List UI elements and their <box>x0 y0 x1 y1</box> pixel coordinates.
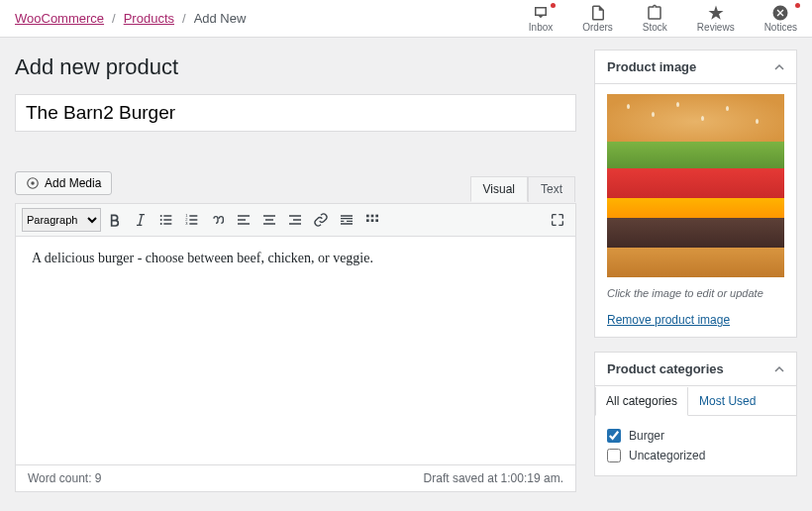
align-right-button[interactable] <box>283 208 307 232</box>
product-title-input[interactable] <box>15 94 576 132</box>
toptab-inbox[interactable]: Inbox <box>529 4 553 33</box>
collapse-icon <box>774 62 784 72</box>
breadcrumb-current: Add New <box>194 11 247 26</box>
category-checkbox[interactable] <box>607 429 621 443</box>
editor-tab-visual[interactable]: Visual <box>470 176 528 202</box>
collapse-icon <box>774 364 784 374</box>
editor-body[interactable]: A delicious burger - choose between beef… <box>16 237 575 464</box>
toptab-reviews[interactable]: Reviews <box>697 4 735 33</box>
svg-rect-10 <box>366 219 369 222</box>
remove-image-link[interactable]: Remove product image <box>607 313 730 327</box>
product-categories-panel-header[interactable]: Product categories <box>595 353 796 386</box>
svg-rect-7 <box>366 215 369 218</box>
save-status: Draft saved at 1:00:19 am. <box>424 471 563 485</box>
add-media-button[interactable]: Add Media <box>15 171 112 195</box>
toolbar-toggle-button[interactable] <box>360 208 384 232</box>
category-checkbox[interactable] <box>607 449 621 462</box>
editor-toolbar: Paragraph 123 <box>16 204 575 237</box>
toptab-stock[interactable]: Stock <box>643 4 667 33</box>
media-icon <box>26 176 40 190</box>
quote-button[interactable] <box>206 208 230 232</box>
bold-button[interactable] <box>103 208 127 232</box>
breadcrumb-products[interactable]: Products <box>124 11 174 26</box>
svg-rect-12 <box>375 219 378 222</box>
link-button[interactable] <box>309 208 333 232</box>
editor-tab-text[interactable]: Text <box>528 176 575 202</box>
svg-rect-11 <box>371 219 374 222</box>
editor: Visual Text Paragraph 123 A delicious bu… <box>15 203 576 492</box>
cat-tab-most-used[interactable]: Most Used <box>688 387 766 416</box>
svg-rect-9 <box>375 215 378 218</box>
fullscreen-button[interactable] <box>546 208 569 232</box>
align-left-button[interactable] <box>232 208 255 232</box>
number-list-button[interactable]: 123 <box>180 208 204 232</box>
category-item-uncategorized[interactable]: Uncategorized <box>607 446 784 465</box>
product-image[interactable] <box>607 94 784 277</box>
svg-text:3: 3 <box>185 221 188 226</box>
page-title: Add new product <box>15 54 576 80</box>
word-count: Word count: 9 <box>28 471 101 485</box>
svg-point-2 <box>160 219 162 221</box>
toptab-notices[interactable]: Notices <box>764 4 797 33</box>
product-image-panel-header[interactable]: Product image <box>595 51 796 84</box>
readmore-button[interactable] <box>335 208 358 232</box>
image-hint: Click the image to edit or update <box>607 287 784 299</box>
bullet-list-button[interactable] <box>154 208 178 232</box>
align-center-button[interactable] <box>257 208 281 232</box>
breadcrumb: WooCommerce / Products / Add New <box>15 11 246 26</box>
product-image-panel: Product image Click the image to edit or… <box>594 50 797 338</box>
category-item-burger[interactable]: Burger <box>607 426 784 446</box>
svg-point-1 <box>160 215 162 217</box>
svg-point-3 <box>160 223 162 225</box>
breadcrumb-woocommerce[interactable]: WooCommerce <box>15 11 104 26</box>
svg-rect-8 <box>371 215 374 218</box>
svg-point-0 <box>31 181 35 185</box>
cat-tab-all[interactable]: All categories <box>595 387 688 416</box>
top-bar: WooCommerce / Products / Add New Inbox O… <box>0 0 812 38</box>
paragraph-select[interactable]: Paragraph <box>22 208 101 232</box>
toptab-orders[interactable]: Orders <box>582 4 613 33</box>
italic-button[interactable] <box>129 208 152 232</box>
product-categories-panel: Product categories All categories Most U… <box>594 352 797 476</box>
